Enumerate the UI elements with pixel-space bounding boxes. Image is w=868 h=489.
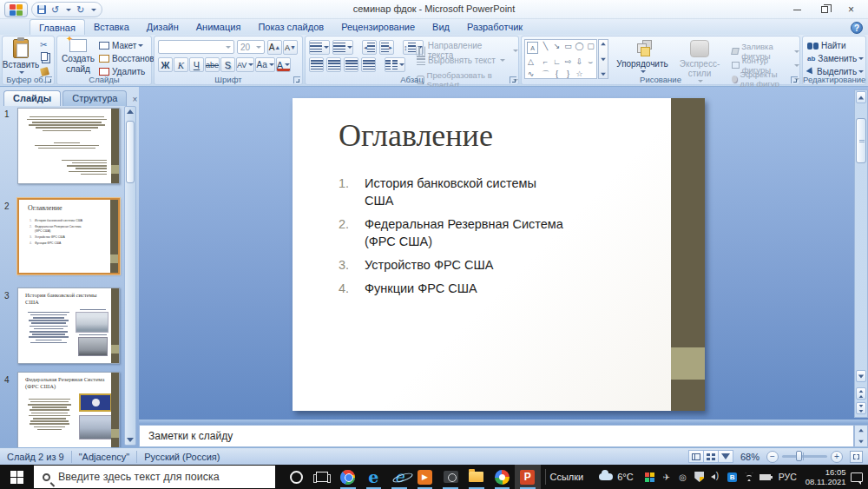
tab-insert[interactable]: Вставка (85, 19, 138, 35)
tab-animation[interactable]: Анимация (187, 19, 250, 35)
taskbar-edge[interactable]: e (361, 465, 387, 489)
shape-rectangle-icon[interactable]: ▭ (562, 40, 574, 52)
shape-line-icon[interactable]: ╲ (540, 40, 551, 52)
change-case-button[interactable]: Аа (255, 57, 274, 72)
shape-down-arrow-icon[interactable]: ⇩ (574, 56, 585, 68)
slide-body-list[interactable]: 1. История банковской системы США 2. Фед… (339, 175, 566, 303)
slide-thumbnail-3[interactable]: История банковской системы США (17, 287, 120, 364)
fit-to-window-button[interactable] (850, 451, 863, 463)
slide-canvas[interactable]: Оглавление 1. История банковской системы… (293, 98, 705, 411)
shrink-font-button[interactable]: А▼ (283, 40, 298, 55)
editor-scrollbar[interactable] (854, 89, 868, 418)
paragraph-dialog-launcher[interactable] (510, 76, 516, 83)
new-slide-button[interactable]: ✦ Создать слайд (59, 39, 97, 74)
weather-widget[interactable]: 6°C (599, 472, 633, 482)
align-text-button[interactable]: Выровнять текст (417, 56, 505, 65)
replace-button[interactable]: ab Заменить (807, 54, 864, 63)
tab-slideshow[interactable]: Показ слайдов (249, 19, 332, 35)
panel-close-button[interactable]: × (128, 93, 141, 106)
close-button[interactable]: × (838, 0, 865, 19)
tab-review[interactable]: Рецензирование (332, 19, 424, 35)
airplane-tray-icon[interactable]: ✈ (661, 472, 673, 482)
font-color-button[interactable]: А (276, 57, 291, 72)
zoom-in-button[interactable]: + (831, 451, 843, 463)
font-dialog-launcher[interactable] (293, 76, 300, 83)
shape-triangle-icon[interactable]: △ (525, 56, 536, 68)
help-button[interactable]: ? (851, 22, 863, 34)
shape-arc-icon[interactable]: ⌣ (585, 56, 596, 68)
normal-view-button[interactable] (688, 450, 704, 463)
font-name-combo[interactable] (158, 40, 234, 54)
shapes-gallery[interactable]: A ╲ ↘ ▭ ◯ ▢ △ ⌐ ∟ ⇨ ⇩ ⌣ ∿ ⌒ { } ☆ (524, 39, 597, 79)
wifi-tray-icon[interactable] (743, 472, 755, 481)
character-spacing-button[interactable]: AV (236, 57, 254, 72)
slide-thumbnail-1[interactable] (17, 108, 120, 184)
tab-home[interactable]: Главная (30, 19, 85, 35)
tab-developer[interactable]: Разработчик (458, 19, 531, 35)
color-app-tray-icon[interactable] (644, 472, 656, 482)
slides-panel-scrollbar[interactable] (124, 106, 136, 446)
next-slide-button[interactable] (856, 402, 866, 414)
shapes-scroll-down-icon[interactable] (601, 57, 606, 61)
tab-design[interactable]: Дизайн (138, 19, 187, 35)
taskbar-browser-pinwheel[interactable] (490, 465, 516, 489)
layout-button[interactable]: Макет (99, 41, 143, 50)
notes-scroll-down-icon[interactable] (858, 440, 864, 444)
taskbar-search[interactable] (34, 466, 275, 488)
slides-panel-scroll-down-icon[interactable] (127, 438, 134, 442)
shape-rounded-rect-icon[interactable]: ▢ (585, 40, 596, 52)
underline-button[interactable]: Ч (189, 57, 204, 72)
taskbar-powerpoint[interactable]: P (515, 465, 541, 489)
start-button[interactable] (0, 465, 34, 489)
task-view-button[interactable] (309, 465, 335, 489)
align-center-button[interactable] (326, 57, 341, 72)
font-size-combo[interactable]: 20 (237, 40, 265, 54)
tab-outline[interactable]: Структура (62, 90, 127, 106)
cut-icon[interactable]: ✂ (40, 40, 47, 50)
zoom-slider-thumb[interactable] (796, 451, 802, 461)
taskbar-movies-app[interactable]: ▶ (412, 465, 438, 489)
slide-sorter-view-button[interactable] (703, 450, 719, 463)
shape-ellipse-icon[interactable]: ◯ (574, 40, 585, 52)
strikethrough-button[interactable]: abe (205, 57, 220, 72)
arrange-button[interactable]: Упорядочить (615, 40, 669, 73)
decrease-indent-button[interactable]: ◂ (362, 40, 377, 55)
taskbar-file-explorer[interactable] (464, 465, 490, 489)
slide-title[interactable]: Оглавление (339, 117, 493, 154)
editor-scrollbar-thumb[interactable] (856, 118, 866, 163)
bluetooth-tray-icon[interactable]: B (727, 472, 739, 482)
editor-scroll-up-button[interactable] (856, 91, 866, 103)
shape-elbow-icon[interactable]: ⌐ (540, 56, 551, 68)
search-input[interactable] (58, 471, 275, 483)
find-button[interactable]: Найти (807, 41, 846, 50)
editor-scroll-down-button[interactable] (856, 370, 866, 382)
battery-tray-icon[interactable] (760, 474, 772, 480)
links-toolbar[interactable]: Ссылки (550, 472, 584, 482)
language-indicator[interactable]: РУС (779, 472, 797, 482)
action-center-button[interactable] (846, 465, 868, 489)
shape-right-arrow-icon[interactable]: ⇨ (562, 56, 574, 68)
bullets-button[interactable] (309, 40, 330, 55)
minimize-button[interactable] (784, 0, 811, 19)
shape-angle-icon[interactable]: ∟ (551, 56, 562, 68)
zoom-slider[interactable] (782, 455, 827, 458)
slide-thumbnail-4[interactable]: Федеральная Резервная Система (ФРС США) (17, 372, 120, 448)
notes-scroll-up-icon[interactable] (858, 429, 864, 433)
restore-button[interactable] (811, 0, 838, 19)
slides-panel-scroll-up-icon[interactable] (127, 109, 134, 114)
slide-thumbnail-2[interactable]: Оглавление 1.История банковской системы … (17, 198, 120, 274)
drawing-dialog-launcher[interactable] (791, 76, 798, 83)
slides-panel-scrollbar-thumb[interactable] (126, 121, 135, 183)
taskbar-clock[interactable]: 16:05 08.11.2021 (806, 467, 846, 486)
clipboard-dialog-launcher[interactable] (45, 76, 52, 83)
slideshow-view-button[interactable] (718, 450, 733, 463)
notes-placeholder[interactable]: Заметки к слайду (148, 430, 233, 442)
align-left-button[interactable] (309, 57, 324, 72)
security-shield-tray-icon[interactable] (694, 472, 706, 482)
tab-slides-thumbnails[interactable]: Слайды (3, 90, 61, 106)
copy-icon[interactable] (41, 52, 48, 61)
zoom-out-button[interactable]: − (766, 451, 779, 463)
align-right-button[interactable] (344, 57, 358, 72)
taskbar-internet-explorer[interactable]: e (386, 465, 412, 489)
columns-button[interactable] (385, 57, 405, 72)
